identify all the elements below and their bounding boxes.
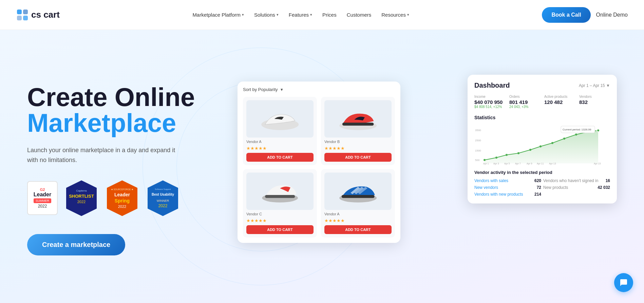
hero-title-line2: Marketplace — [27, 110, 224, 136]
add-to-cart-button[interactable]: ADD TO CART — [324, 153, 392, 162]
svg-rect-24 — [342, 195, 375, 198]
va-row: New vendors 72 — [474, 185, 541, 190]
product-card: Vendor A ★★★★★ ADD TO CART — [321, 169, 395, 237]
svg-text:Apr 5: Apr 5 — [504, 162, 510, 165]
svg-text:Spring: Spring — [115, 198, 130, 203]
svg-text:2022: 2022 — [77, 200, 86, 204]
svg-text:Apr 13: Apr 13 — [549, 162, 556, 165]
award-badges: G2 Leader SUMMER 2022 Capterra SHORTLIST… — [27, 179, 224, 218]
product-card: Vendor B ★★★★★ ADD TO CART — [321, 97, 395, 165]
nav-solutions[interactable]: Solutions ▾ — [250, 9, 283, 20]
book-call-button[interactable]: Book a Call — [542, 7, 590, 23]
svg-text:Current period: 1326.99: Current period: 1326.99 — [563, 128, 591, 131]
chevron-down-icon: ▾ — [310, 13, 312, 17]
shop-sort-header: Sort by Popularity ▾ — [243, 87, 395, 92]
metric-orders: Orders 801 419 24 043, +3% — [509, 95, 540, 109]
hero-title-line1: Create Online — [27, 84, 224, 110]
svg-text:Apr 1: Apr 1 — [483, 162, 489, 165]
metric-income: Income $40 070 950 $4 808 514, +12% — [474, 95, 505, 109]
hero-content: Create Online Marketplace Launch your on… — [27, 84, 224, 255]
svg-point-32 — [517, 152, 519, 154]
nav-resources[interactable]: Resources ▾ — [377, 9, 413, 20]
dashboard-metrics: Income $40 070 950 $4 808 514, +12% Orde… — [474, 95, 610, 109]
header-actions: Book a Call Online Demo — [542, 7, 628, 23]
svg-point-33 — [529, 149, 531, 151]
shop-mockup-card: Sort by Popularity ▾ Vendor A ★★★★★ A — [238, 82, 400, 243]
hero-mockup: Sort by Popularity ▾ Vendor A ★★★★★ A — [224, 68, 617, 272]
nav-features[interactable]: Features ▾ — [285, 9, 316, 20]
star-rating: ★★★★★ — [324, 146, 392, 151]
va-row: Vendors with new products 214 — [474, 192, 541, 197]
svg-point-30 — [495, 157, 497, 159]
va-row: Vendors with sales 620 — [474, 178, 541, 183]
sort-label: Sort by Popularity — [243, 87, 278, 92]
svg-rect-20 — [342, 123, 374, 126]
vendor-activity-title: Vendor activity in the selected period — [474, 170, 610, 175]
nav-customers[interactable]: Customers — [343, 9, 376, 20]
svg-text:Software Suggest: Software Suggest — [155, 188, 171, 190]
logo[interactable]: cs cart — [16, 9, 60, 21]
hero-subtitle: Launch your online marketplace in a day … — [27, 145, 176, 165]
product-image — [324, 173, 392, 210]
metric-vendors: Vendors 832 — [579, 95, 610, 109]
sourceforge-badge: ★ SOURCEFORGE ★ Leader Spring 2022 — [105, 179, 139, 218]
svg-point-37 — [575, 133, 577, 136]
chevron-down-icon: ▾ — [407, 13, 409, 17]
dashboard-mockup-card: Dashboard Apr 1 – Apr 15 ▼ Income $40 07… — [468, 75, 617, 203]
svg-text:Apr 15: Apr 15 — [594, 162, 601, 165]
metric-active-products: Active products 120 482 — [544, 95, 575, 109]
vendor-name: Vendor A — [246, 140, 314, 144]
vendor-activity-grid: Vendors with sales 620 Vendors who haven… — [474, 178, 610, 197]
statistics-chart: 3500 2500 1500 500 — [474, 124, 610, 165]
svg-point-36 — [563, 138, 565, 140]
svg-text:3500: 3500 — [475, 129, 481, 132]
product-card: Vendor C ★★★★★ ADD TO CART — [243, 169, 317, 237]
hero-section: Create Online Marketplace Launch your on… — [0, 30, 644, 303]
chevron-down-icon: ▾ — [277, 13, 279, 17]
site-header: cs cart Marketplace Platform ▾ Solutions… — [0, 0, 644, 30]
nav-marketplace-platform[interactable]: Marketplace Platform ▾ — [188, 9, 248, 20]
online-demo-link[interactable]: Online Demo — [596, 12, 628, 18]
svg-rect-2 — [17, 16, 22, 20]
svg-point-31 — [506, 154, 508, 156]
product-grid: Vendor A ★★★★★ ADD TO CART Vendor B — [243, 97, 395, 237]
svg-text:1500: 1500 — [475, 149, 481, 152]
svg-text:WINNER: WINNER — [157, 199, 169, 202]
add-to-cart-button[interactable]: ADD TO CART — [246, 225, 314, 234]
svg-point-39 — [597, 129, 600, 132]
product-card: Vendor A ★★★★★ ADD TO CART — [243, 97, 317, 165]
product-image — [324, 100, 392, 138]
svg-text:SHORTLIST: SHORTLIST — [69, 194, 94, 199]
chat-bubble-button[interactable] — [614, 273, 633, 292]
capterra-badge: Capterra SHORTLIST 2022 — [64, 179, 98, 218]
software-suggest-badge: Software Suggest Best Usability WINNER 2… — [146, 179, 180, 218]
star-rating: ★★★★★ — [246, 146, 314, 151]
va-row: Vendors who haven't signed in 16 — [543, 178, 610, 183]
stats-section-title: Statistics — [474, 115, 610, 120]
dashboard-header: Dashboard Apr 1 – Apr 15 ▼ — [474, 82, 610, 89]
dashboard-title: Dashboard — [474, 82, 510, 89]
chevron-down-icon: ▾ — [242, 13, 244, 17]
svg-point-35 — [551, 142, 553, 144]
nav-prices[interactable]: Prices — [318, 9, 341, 20]
svg-point-29 — [484, 159, 486, 161]
svg-rect-3 — [23, 16, 28, 20]
add-to-cart-button[interactable]: ADD TO CART — [324, 225, 392, 234]
svg-rect-1 — [23, 10, 28, 14]
svg-text:2022: 2022 — [118, 204, 126, 209]
create-marketplace-button[interactable]: Create a marketplace — [27, 234, 125, 255]
svg-text:2022: 2022 — [158, 203, 168, 208]
vendor-name: Vendor A — [324, 212, 392, 216]
vendor-activity-section: Vendor activity in the selected period V… — [474, 170, 610, 197]
svg-text:Apr 9: Apr 9 — [527, 162, 532, 165]
add-to-cart-button[interactable]: ADD TO CART — [246, 153, 314, 162]
svg-text:★ SOURCEFORGE ★: ★ SOURCEFORGE ★ — [111, 188, 134, 191]
svg-marker-13 — [148, 180, 178, 216]
vendor-name: Vendor C — [246, 212, 314, 216]
logo-icon — [16, 9, 29, 21]
svg-point-34 — [539, 145, 542, 147]
dashboard-date-range: Apr 1 – Apr 15 ▼ — [579, 83, 610, 88]
main-nav: Marketplace Platform ▾ Solutions ▾ Featu… — [188, 9, 413, 20]
g2-badge: G2 Leader SUMMER 2022 — [27, 181, 58, 215]
svg-text:Capterra: Capterra — [76, 189, 87, 192]
